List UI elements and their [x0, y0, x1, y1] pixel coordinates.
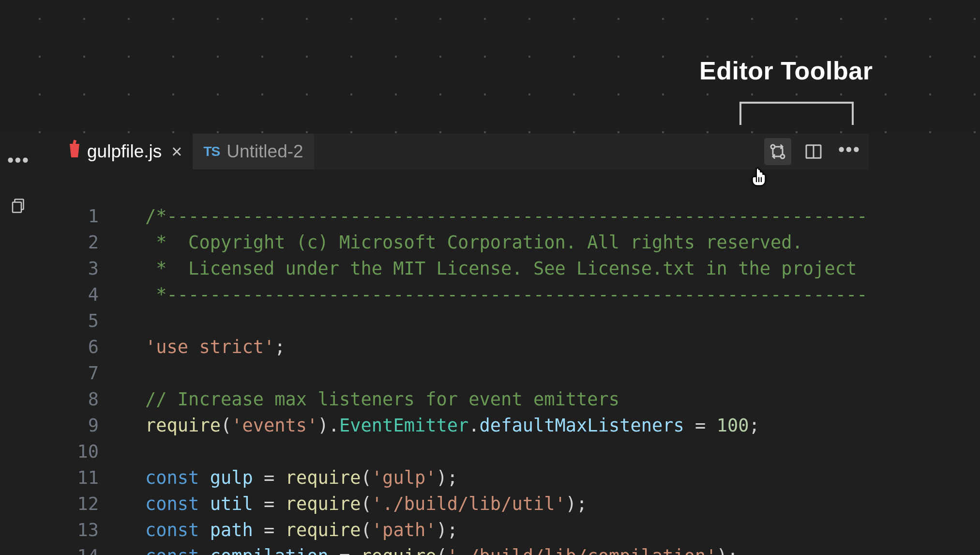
git-compare-icon	[768, 142, 787, 161]
code-line[interactable]: 'use strict';	[145, 334, 869, 360]
more-icon[interactable]: •••	[7, 150, 30, 175]
code-line[interactable]	[145, 308, 869, 334]
editor-toolbar: •••	[757, 134, 870, 170]
line-number: 2	[58, 230, 108, 256]
gulp-icon	[69, 142, 80, 161]
line-number: 9	[58, 413, 108, 439]
code-line[interactable]: * Copyright (c) Microsoft Corporation. A…	[145, 230, 869, 256]
tab-bar: gulpfile.js × TS Untitled-2	[58, 134, 869, 170]
split-horizontal-icon	[804, 142, 823, 161]
line-number: 10	[58, 439, 108, 465]
tab-gulpfile[interactable]: gulpfile.js ×	[58, 134, 193, 170]
line-number: 11	[58, 465, 108, 491]
files-icon[interactable]	[10, 197, 27, 216]
line-number: 14	[58, 543, 108, 555]
line-number: 6	[58, 334, 108, 360]
line-number: 3	[58, 256, 108, 282]
line-number: 4	[58, 282, 108, 308]
more-actions-button[interactable]: •••	[836, 138, 863, 165]
callout-label: Editor Toolbar	[699, 56, 873, 85]
line-number: 1	[58, 203, 108, 230]
code-line[interactable]	[145, 439, 869, 465]
code-line[interactable]: *---------------------------------------…	[145, 282, 869, 308]
close-icon[interactable]: ×	[171, 142, 182, 161]
compare-changes-button[interactable]	[764, 138, 791, 165]
svg-rect-1	[13, 202, 21, 213]
line-number: 8	[58, 386, 108, 413]
code-line[interactable]: // Increase max listeners for event emit…	[145, 386, 869, 413]
code-line[interactable]: const path = require('path');	[145, 517, 869, 543]
activity-left-strip: •••	[4, 150, 33, 216]
svg-point-3	[781, 154, 784, 158]
line-number: 5	[58, 308, 108, 334]
line-number: 12	[58, 491, 108, 517]
ellipsis-icon: •••	[838, 139, 860, 164]
tab-untitled-2[interactable]: TS Untitled-2	[193, 134, 314, 170]
line-number-gutter: 1234567891011121314	[58, 203, 108, 555]
callout-bracket	[739, 102, 854, 125]
svg-point-2	[771, 145, 775, 149]
code-line[interactable]: /*--------------------------------------…	[145, 203, 869, 230]
code-content[interactable]: /*--------------------------------------…	[145, 203, 869, 555]
code-line[interactable]: require('events').EventEmitter.defaultMa…	[145, 413, 869, 439]
code-line[interactable]: const util = require('./build/lib/util')…	[145, 491, 869, 517]
code-line[interactable]: * Licensed under the MIT License. See Li…	[145, 256, 869, 282]
code-line[interactable]: const compilation = require('./build/lib…	[145, 543, 869, 555]
typescript-icon: TS	[203, 144, 220, 159]
tab-label: Untitled-2	[226, 141, 303, 162]
line-number: 13	[58, 517, 108, 543]
code-line[interactable]: const gulp = require('gulp');	[145, 465, 869, 491]
tab-label: gulpfile.js	[87, 141, 162, 162]
split-editor-button[interactable]	[800, 138, 827, 165]
code-line[interactable]	[145, 360, 869, 386]
line-number: 7	[58, 360, 108, 386]
